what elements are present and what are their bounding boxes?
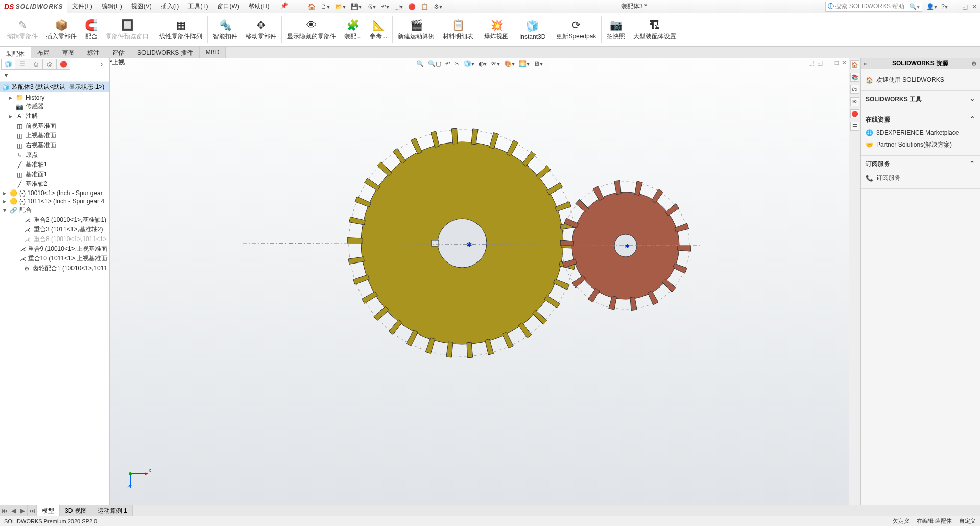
undo-icon[interactable]: ↶▾ (381, 3, 389, 10)
menu-window[interactable]: 窗口(W) (212, 2, 244, 11)
feature-tree-item[interactable]: ▸A注解 (0, 111, 109, 121)
ft-tab-config-icon[interactable]: ⎙ (29, 59, 43, 70)
zoom-area-icon[interactable]: 🔍▢ (428, 60, 441, 67)
feature-tree-item[interactable]: ⋌重合3 (1011<1>,基准轴2) (0, 225, 109, 234)
ft-tab-tree-icon[interactable]: 🧊 (1, 59, 15, 70)
tp-online-header[interactable]: 在线资源⌃ (866, 115, 975, 124)
ft-tab-more-icon[interactable]: › (94, 59, 109, 70)
feature-filter[interactable]: ▼ (0, 70, 109, 82)
feature-tree-item[interactable]: ◫前视基准面 (0, 121, 109, 131)
tp-tab-view-icon[interactable]: 👁 (850, 97, 859, 106)
ft-tab-appearance-icon[interactable]: 🔴 (56, 59, 70, 70)
status-custom[interactable]: 自定义 (959, 517, 976, 525)
cmd-show-hide[interactable]: 👁显示隐藏的零部件 (283, 14, 340, 45)
menu-file[interactable]: 文件(F) (67, 2, 97, 11)
btab-model[interactable]: 模型 (37, 505, 60, 516)
feature-tree-item[interactable]: ◫右视基准面 (0, 140, 109, 150)
tp-tab-home-icon[interactable]: 🏠 (850, 60, 859, 69)
tp-tab-library-icon[interactable]: 📚 (850, 73, 859, 82)
cmd-reference[interactable]: 📐参考... (366, 14, 391, 45)
tab-evaluate[interactable]: 评估 (106, 47, 131, 58)
close-icon[interactable]: ✕ (972, 3, 977, 10)
pin-icon[interactable]: 📌 (276, 2, 293, 11)
feature-tree-item[interactable]: ⋌重合8 (10010<1>,1011<1> (0, 234, 109, 244)
cmd-edit-component[interactable]: ✎编辑零部件 (3, 14, 42, 45)
vp-min-icon[interactable]: — (826, 59, 832, 66)
tp-subscription-service[interactable]: 📞订阅服务 (866, 172, 975, 184)
cmd-bom[interactable]: 📋材料明细表 (439, 14, 477, 45)
display-style-icon[interactable]: ◐▾ (479, 60, 487, 67)
feature-tree-item[interactable]: ▸🟡(-) 10010<1> (Inch - Spur gear (0, 189, 109, 197)
new-icon[interactable]: 🗋▾ (321, 3, 330, 10)
feature-tree-item[interactable]: ↳原点 (0, 150, 109, 160)
cmd-linear-pattern[interactable]: ▦线性零部件阵列 (155, 14, 206, 45)
minimize-icon[interactable]: — (952, 3, 958, 10)
menu-tools[interactable]: 工具(T) (183, 2, 212, 11)
tab-plugins[interactable]: SOLIDWORKS 插件 (131, 47, 200, 58)
feature-tree-item[interactable]: ⋌重合2 (10010<1>,基准轴1) (0, 215, 109, 225)
tp-tab-appearance-icon[interactable]: 🔴 (850, 109, 859, 118)
feature-tree-item[interactable]: ▸📁History (0, 93, 109, 102)
ft-tab-display-icon[interactable]: ◎ (42, 59, 57, 70)
feature-tree-item[interactable]: ╱基准轴1 (0, 160, 109, 170)
view-settings-icon[interactable]: 🖥▾ (534, 60, 543, 67)
taskpane-collapse-icon[interactable]: « (864, 60, 867, 67)
btab-first-icon[interactable]: ⏮ (0, 505, 9, 516)
select-icon[interactable]: ⬚▾ (394, 3, 403, 10)
btab-motion[interactable]: 运动算例 1 (92, 505, 133, 516)
cmd-assembly-features[interactable]: 🧩装配... (340, 14, 366, 45)
cmd-move-component[interactable]: ✥移动零部件 (242, 14, 280, 45)
cmd-explode-view[interactable]: 💥爆炸视图 (480, 14, 513, 45)
zoom-fit-icon[interactable]: 🔍 (416, 60, 424, 67)
tp-tab-custom-icon[interactable]: ☰ (850, 122, 859, 131)
help-search[interactable]: ⓘ 搜索 SOLIDWORKS 帮助 🔍▾ (825, 2, 922, 12)
user-icon[interactable]: 👤▾ (926, 3, 937, 10)
vp-link-icon[interactable]: ⬚ (808, 59, 814, 66)
vp-popout-icon[interactable]: ◱ (817, 59, 823, 66)
btab-last-icon[interactable]: ⏭ (28, 505, 37, 516)
print-icon[interactable]: 🖨▾ (367, 3, 376, 10)
search-icon[interactable]: 🔍▾ (909, 3, 920, 10)
cmd-smart-fasteners[interactable]: 🔩智能扣件 (209, 14, 242, 45)
btab-next-icon[interactable]: ▶ (18, 505, 28, 516)
tab-layout[interactable]: 布局 (31, 47, 56, 58)
feature-tree-item[interactable]: 📷传感器 (0, 102, 109, 111)
tp-tools-header[interactable]: SOLIDWORKS 工具⌄ (866, 95, 975, 104)
tp-subscription-header[interactable]: 订阅服务⌃ (866, 160, 975, 169)
menu-help[interactable]: 帮助(H) (244, 2, 274, 11)
settings-icon[interactable]: ⚙▾ (434, 3, 442, 10)
tab-mbd[interactable]: MBD (200, 47, 226, 58)
menu-insert[interactable]: 插入(I) (156, 2, 183, 11)
cmd-new-motion-study[interactable]: 🎬新建运动算例 (394, 14, 439, 45)
btab-3dview[interactable]: 3D 视图 (60, 505, 92, 516)
cmd-instant3d[interactable]: 🧊Instant3D (515, 14, 549, 45)
restore-icon[interactable]: ◱ (962, 3, 968, 10)
btab-prev-icon[interactable]: ◀ (9, 505, 18, 516)
section-view-icon[interactable]: ✂ (455, 60, 460, 67)
feature-tree-item[interactable]: ⋌重合9 (10010<1>,上视基准面 (0, 244, 109, 254)
graphics-viewport[interactable]: 🔍 🔍▢ ↶ ✂ 🧊▾ ◐▾ 👁▾ 🎨▾ 🌅▾ 🖥▾ ⬚ ◱ — □ ✕ (110, 58, 849, 505)
feature-tree-item[interactable]: ⚙齿轮配合1 (10010<1>,1011 (0, 264, 109, 273)
tab-assembly[interactable]: 装配体 (0, 47, 31, 58)
cmd-insert-component[interactable]: 📦插入零部件 (42, 14, 81, 45)
hide-show-icon[interactable]: 👁▾ (491, 60, 500, 67)
feature-tree-item[interactable]: ▸🟡(-) 1011<1> (Inch - Spur gear 4 (0, 197, 109, 205)
tp-3dx-marketplace[interactable]: 🌐3DEXPERIENCE Marketplace (866, 127, 975, 138)
tab-annotate[interactable]: 标注 (81, 47, 106, 58)
open-icon[interactable]: 📂▾ (335, 3, 346, 10)
cmd-mate[interactable]: 🧲配合 (81, 14, 102, 45)
feature-tree-item[interactable]: ◫上视基准面 (0, 131, 109, 140)
ft-tab-property-icon[interactable]: ☰ (15, 59, 29, 70)
help-dropdown-icon[interactable]: ?▾ (941, 3, 948, 10)
tp-partner-solutions[interactable]: 🤝Partner Solutions(解决方案) (866, 138, 975, 151)
vp-max-icon[interactable]: □ (835, 59, 839, 66)
rebuild-icon[interactable]: 🔴 (408, 3, 416, 10)
feature-tree-item[interactable]: ◫基准面1 (0, 170, 109, 179)
feature-tree-root[interactable]: 🧊 装配体3 (默认<默认_显示状态-1>) (0, 82, 109, 92)
tp-welcome[interactable]: 🏠欢迎使用 SOLIDWORKS (866, 74, 975, 86)
taskpane-settings-icon[interactable]: ⚙ (971, 60, 977, 67)
apply-scene-icon[interactable]: 🌅▾ (519, 60, 530, 67)
tab-sketch[interactable]: 草图 (56, 47, 81, 58)
feature-tree-item[interactable]: ╱基准轴2 (0, 179, 109, 189)
menu-view[interactable]: 视图(V) (127, 2, 156, 11)
